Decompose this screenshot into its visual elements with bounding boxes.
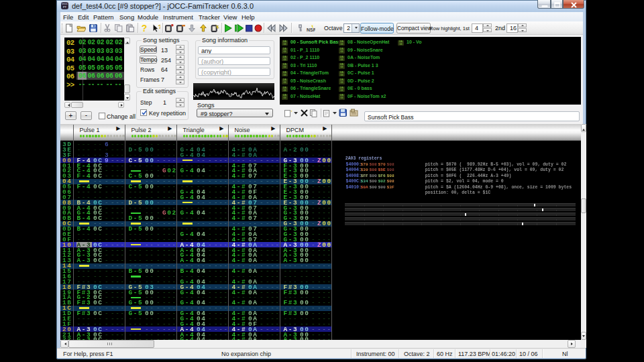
svg-text:?: ? — [142, 23, 148, 33]
svg-text:NSF: NSF — [307, 27, 315, 32]
svg-text:?: ? — [158, 23, 160, 30]
